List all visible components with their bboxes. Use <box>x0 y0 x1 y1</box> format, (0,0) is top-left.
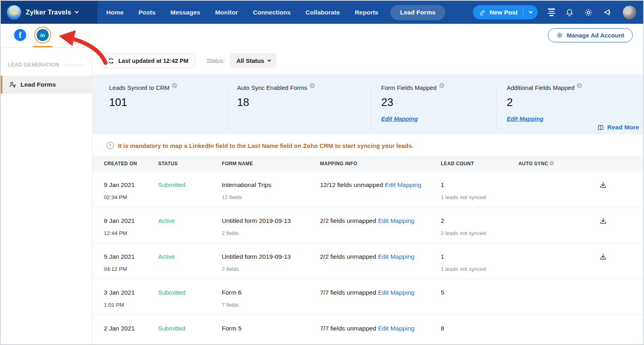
table-row: 3 Jan 20211:01 PM Submitted Form 67 fiel… <box>93 279 644 315</box>
nav-item-collaborate[interactable]: Collaborate <box>305 9 340 16</box>
stats-summary: Leads Synced to CRM? 101 Auto Sync Enabl… <box>93 75 644 134</box>
manage-ad-account-button[interactable]: Manage Ad Account <box>548 28 633 42</box>
help-icon[interactable]: ? <box>549 161 554 165</box>
status-badge: Submitted <box>158 325 222 332</box>
status-filter-dropdown[interactable]: All Status <box>230 53 277 68</box>
fields-count: 2 fields <box>222 266 320 272</box>
book-icon <box>597 124 605 131</box>
stat-auto-sync-forms: Auto Sync Enabled Forms? 18 <box>228 84 371 129</box>
refresh-icon <box>108 58 114 64</box>
status-filter-value: All Status <box>236 57 264 64</box>
brand-name: Zylker Travels <box>26 8 71 16</box>
form-name: Form 5 <box>222 325 320 332</box>
announcements-megaphone-icon[interactable] <box>603 8 612 17</box>
edit-mapping-link[interactable]: Edit Mapping <box>507 116 543 122</box>
fields-count: 7 fields <box>222 302 320 308</box>
top-navigation: ZylkerTravels Zylker Travels Home Posts … <box>1 1 643 24</box>
col-lead-count: LEAD COUNT <box>441 161 518 166</box>
last-updated-label: Last updated at 12:42 PM <box>118 58 188 64</box>
stat-label: Auto Sync Enabled Forms <box>237 84 307 91</box>
channel-tabs: f in <box>14 29 49 41</box>
lead-count: 1 <box>441 181 518 189</box>
col-status: STATUS <box>158 161 222 166</box>
form-name: Untitled form 2019-09-13 <box>222 253 320 260</box>
edit-mapping-link[interactable]: Edit Mapping <box>378 325 414 332</box>
edit-mapping-link[interactable]: Edit Mapping <box>385 181 421 188</box>
sidebar-item-label: Lead Forms <box>21 81 56 88</box>
form-name: International Trips <box>222 181 320 189</box>
pencil-icon <box>479 9 486 16</box>
toolbar: Last updated at 12:42 PM Status: All Sta… <box>93 47 644 68</box>
nav-item-home[interactable]: Home <box>106 9 124 16</box>
created-date: 2 Jan 2021 <box>104 325 158 332</box>
gear-icon <box>556 32 563 39</box>
mapping-info: 7/7 fields unmapped Edit Mapping <box>320 325 441 332</box>
settings-gear-icon[interactable] <box>584 8 593 17</box>
primary-nav: Home Posts Messages Monitor Connections … <box>106 9 378 16</box>
table-row: 8 Jan 202112:44 PM Active Untitled form … <box>93 207 644 243</box>
topnav-right-cluster: New Post <box>473 1 637 24</box>
sidebar-item-lead-forms[interactable]: Lead Forms <box>1 76 92 94</box>
nav-item-posts[interactable]: Posts <box>138 9 155 16</box>
notifications-bell-icon[interactable] <box>565 8 574 17</box>
help-icon[interactable]: ? <box>577 83 582 88</box>
nav-item-reports[interactable]: Reports <box>355 9 378 16</box>
nav-item-connections[interactable]: Connections <box>253 9 291 16</box>
stat-label: Leads Synced to CRM <box>109 84 169 91</box>
leads-not-synced: 2 leads not synced <box>441 230 518 236</box>
warning-text: It is mandatory to map a LinkedIn field … <box>118 142 413 149</box>
sidebar-section-header: LEAD GENERATION <box>8 62 86 68</box>
refresh-last-updated-button[interactable]: Last updated at 12:42 PM <box>101 53 195 68</box>
read-more-link[interactable]: Read More <box>597 124 639 131</box>
stat-value: 18 <box>237 96 371 109</box>
leads-not-synced: 1 leads not synced <box>441 194 518 200</box>
col-mapping-info: MAPPING INFO <box>320 161 441 166</box>
download-leads-icon[interactable] <box>599 216 607 225</box>
section-rule <box>64 65 86 65</box>
created-time: 02:34 PM <box>104 194 158 200</box>
created-time: 12:44 PM <box>104 230 158 236</box>
linkedin-channel-icon-active[interactable]: in <box>37 29 49 41</box>
nav-item-messages[interactable]: Messages <box>170 9 200 16</box>
user-avatar[interactable] <box>622 5 637 20</box>
fields-count: 12 fields <box>222 194 320 200</box>
col-created-on: CREATED ON <box>104 161 158 166</box>
lead-funnel-icon <box>9 81 17 89</box>
feed-list-icon[interactable] <box>548 8 555 16</box>
facebook-channel-icon[interactable]: f <box>14 29 26 41</box>
stat-value: 23 <box>381 96 496 109</box>
lead-count: 5 <box>441 289 518 296</box>
download-leads-icon[interactable] <box>599 181 607 189</box>
new-post-chevron-icon[interactable] <box>529 10 533 14</box>
created-time: 1:01 PM <box>104 302 158 308</box>
stat-value: 101 <box>109 96 228 109</box>
created-date: 3 Jan 2021 <box>104 289 158 296</box>
leads-not-synced: 1 leads not synced <box>441 266 518 272</box>
app-window: { "brand": { "name": "Zylker Travels" },… <box>0 0 644 345</box>
new-post-button[interactable]: New Post <box>473 5 538 19</box>
nav-item-lead-forms-active[interactable]: Lead Forms <box>390 5 445 20</box>
help-icon[interactable]: ? <box>172 83 177 88</box>
stat-additional-fields-mapped: Additional Fields Mapped? 2 Edit Mapping <box>496 84 644 129</box>
edit-mapping-link[interactable]: Edit Mapping <box>381 116 418 122</box>
nav-item-monitor[interactable]: Monitor <box>215 9 238 16</box>
sidebar-section-label: LEAD GENERATION <box>8 62 59 68</box>
edit-mapping-link[interactable]: Edit Mapping <box>378 289 414 296</box>
lead-count: 2 <box>441 217 518 224</box>
status-filter-label: Status: <box>206 58 225 64</box>
brand-switcher[interactable]: ZylkerTravels Zylker Travels <box>1 1 97 24</box>
created-date: 8 Jan 2021 <box>104 217 158 224</box>
table-row: 2 Jan 2021 Submitted Form 5 7/7 fields u… <box>93 315 644 345</box>
created-time: 04:12 PM <box>104 266 158 272</box>
edit-mapping-link[interactable]: Edit Mapping <box>378 253 414 260</box>
status-badge: Submitted <box>158 181 222 188</box>
help-icon[interactable]: ? <box>310 83 315 88</box>
channel-bar: f in Manage Ad Account <box>1 24 643 47</box>
stat-value: 2 <box>507 96 644 109</box>
help-icon[interactable]: ? <box>439 83 444 88</box>
table-row: 9 Jan 202102:34 PM Submitted Internation… <box>93 171 644 207</box>
main-content: Last updated at 12:42 PM Status: All Sta… <box>93 47 644 345</box>
edit-mapping-link[interactable]: Edit Mapping <box>378 217 414 224</box>
download-leads-icon[interactable] <box>599 252 607 261</box>
mandatory-mapping-warning: ! It is mandatory to map a LinkedIn fiel… <box>107 142 644 149</box>
